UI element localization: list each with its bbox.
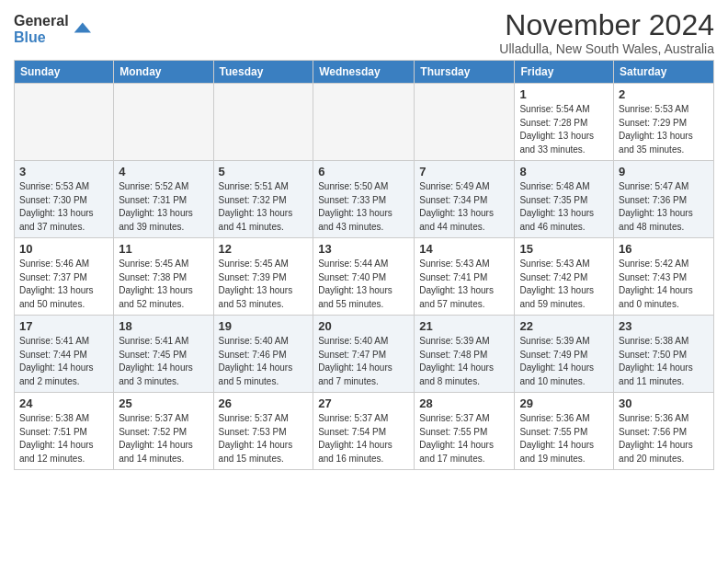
calendar-day-cell: 10Sunrise: 5:46 AMSunset: 7:37 PMDayligh…	[15, 238, 114, 316]
calendar-day-cell: 25Sunrise: 5:37 AMSunset: 7:52 PMDayligh…	[114, 393, 213, 470]
day-number: 28	[419, 396, 509, 410]
calendar-week-row: 1Sunrise: 5:54 AMSunset: 7:28 PMDaylight…	[15, 84, 714, 161]
calendar-day-cell	[313, 84, 415, 161]
calendar-day-cell: 29Sunrise: 5:36 AMSunset: 7:55 PMDayligh…	[515, 393, 614, 470]
calendar-day-cell: 5Sunrise: 5:51 AMSunset: 7:32 PMDaylight…	[213, 161, 313, 238]
day-number: 19	[219, 319, 309, 333]
page-container: General Blue November 2024 Ulladulla, Ne…	[0, 0, 728, 479]
calendar-day-cell: 13Sunrise: 5:44 AMSunset: 7:40 PMDayligh…	[313, 238, 415, 316]
calendar-weekday-header: Sunday	[15, 61, 114, 84]
calendar-week-row: 3Sunrise: 5:53 AMSunset: 7:30 PMDaylight…	[15, 161, 714, 238]
calendar-day-cell: 18Sunrise: 5:41 AMSunset: 7:45 PMDayligh…	[114, 316, 213, 393]
day-info: Sunrise: 5:38 AMSunset: 7:51 PMDaylight:…	[19, 412, 108, 465]
day-info: Sunrise: 5:39 AMSunset: 7:49 PMDaylight:…	[519, 335, 609, 388]
day-info: Sunrise: 5:39 AMSunset: 7:48 PMDaylight:…	[419, 335, 509, 388]
day-info: Sunrise: 5:40 AMSunset: 7:47 PMDaylight:…	[318, 335, 409, 388]
day-number: 25	[119, 396, 208, 410]
day-info: Sunrise: 5:43 AMSunset: 7:41 PMDaylight:…	[419, 258, 509, 311]
day-number: 27	[318, 396, 409, 410]
calendar-day-cell: 8Sunrise: 5:48 AMSunset: 7:35 PMDaylight…	[515, 161, 614, 238]
month-title: November 2024	[499, 9, 714, 41]
calendar-day-cell: 3Sunrise: 5:53 AMSunset: 7:30 PMDaylight…	[15, 161, 114, 238]
calendar-day-cell: 4Sunrise: 5:52 AMSunset: 7:31 PMDaylight…	[114, 161, 213, 238]
calendar-day-cell: 1Sunrise: 5:54 AMSunset: 7:28 PMDaylight…	[515, 84, 614, 161]
calendar-weekday-header: Wednesday	[313, 61, 415, 84]
day-number: 4	[119, 165, 208, 178]
day-number: 15	[519, 242, 609, 256]
calendar-day-cell: 26Sunrise: 5:37 AMSunset: 7:53 PMDayligh…	[213, 393, 313, 470]
calendar-day-cell: 2Sunrise: 5:53 AMSunset: 7:29 PMDaylight…	[614, 84, 714, 161]
calendar-day-cell	[114, 84, 213, 161]
day-info: Sunrise: 5:45 AMSunset: 7:38 PMDaylight:…	[119, 258, 208, 311]
day-number: 7	[419, 165, 509, 178]
calendar-week-row: 17Sunrise: 5:41 AMSunset: 7:44 PMDayligh…	[15, 316, 714, 393]
day-number: 8	[519, 165, 609, 178]
day-info: Sunrise: 5:43 AMSunset: 7:42 PMDaylight:…	[519, 258, 609, 311]
calendar-day-cell: 24Sunrise: 5:38 AMSunset: 7:51 PMDayligh…	[15, 393, 114, 470]
day-info: Sunrise: 5:37 AMSunset: 7:53 PMDaylight:…	[219, 412, 309, 465]
day-info: Sunrise: 5:49 AMSunset: 7:34 PMDaylight:…	[419, 180, 509, 234]
day-number: 21	[419, 319, 509, 333]
calendar-day-cell: 23Sunrise: 5:38 AMSunset: 7:50 PMDayligh…	[614, 316, 714, 393]
day-info: Sunrise: 5:41 AMSunset: 7:45 PMDaylight:…	[119, 335, 208, 388]
calendar-week-row: 24Sunrise: 5:38 AMSunset: 7:51 PMDayligh…	[15, 393, 714, 470]
logo-icon	[71, 17, 91, 38]
day-info: Sunrise: 5:53 AMSunset: 7:29 PMDaylight:…	[619, 103, 709, 156]
calendar-day-cell: 7Sunrise: 5:49 AMSunset: 7:34 PMDaylight…	[415, 161, 515, 238]
day-number: 13	[318, 242, 409, 256]
logo-blue-text: Blue	[14, 29, 69, 46]
calendar-weekday-header: Monday	[114, 61, 213, 84]
day-info: Sunrise: 5:45 AMSunset: 7:39 PMDaylight:…	[219, 258, 309, 311]
calendar-weekday-header: Friday	[515, 61, 614, 84]
day-info: Sunrise: 5:52 AMSunset: 7:31 PMDaylight:…	[119, 180, 208, 234]
day-info: Sunrise: 5:47 AMSunset: 7:36 PMDaylight:…	[619, 180, 709, 234]
calendar-day-cell: 19Sunrise: 5:40 AMSunset: 7:46 PMDayligh…	[213, 316, 313, 393]
calendar-table: SundayMondayTuesdayWednesdayThursdayFrid…	[14, 60, 714, 470]
day-info: Sunrise: 5:37 AMSunset: 7:52 PMDaylight:…	[119, 412, 208, 465]
day-number: 18	[119, 319, 208, 333]
header: General Blue November 2024 Ulladulla, Ne…	[14, 9, 714, 56]
day-info: Sunrise: 5:44 AMSunset: 7:40 PMDaylight:…	[318, 258, 409, 311]
day-info: Sunrise: 5:48 AMSunset: 7:35 PMDaylight:…	[519, 180, 609, 234]
calendar-week-row: 10Sunrise: 5:46 AMSunset: 7:37 PMDayligh…	[15, 238, 714, 316]
day-info: Sunrise: 5:37 AMSunset: 7:54 PMDaylight:…	[318, 412, 409, 465]
location: Ulladulla, New South Wales, Australia	[499, 41, 714, 56]
day-info: Sunrise: 5:42 AMSunset: 7:43 PMDaylight:…	[619, 258, 709, 311]
calendar-weekday-header: Thursday	[415, 61, 515, 84]
day-number: 10	[19, 242, 108, 256]
day-number: 22	[519, 319, 609, 333]
day-number: 30	[619, 396, 709, 410]
day-info: Sunrise: 5:37 AMSunset: 7:55 PMDaylight:…	[419, 412, 509, 465]
day-info: Sunrise: 5:40 AMSunset: 7:46 PMDaylight:…	[219, 335, 309, 388]
day-number: 29	[519, 396, 609, 410]
calendar-header-row: SundayMondayTuesdayWednesdayThursdayFrid…	[15, 61, 714, 84]
day-info: Sunrise: 5:51 AMSunset: 7:32 PMDaylight:…	[219, 180, 309, 234]
calendar-weekday-header: Saturday	[614, 61, 714, 84]
day-number: 23	[619, 319, 709, 333]
day-number: 3	[19, 165, 108, 178]
day-info: Sunrise: 5:36 AMSunset: 7:55 PMDaylight:…	[519, 412, 609, 465]
calendar-day-cell: 6Sunrise: 5:50 AMSunset: 7:33 PMDaylight…	[313, 161, 415, 238]
day-info: Sunrise: 5:36 AMSunset: 7:56 PMDaylight:…	[619, 412, 709, 465]
calendar-day-cell: 17Sunrise: 5:41 AMSunset: 7:44 PMDayligh…	[15, 316, 114, 393]
day-number: 24	[19, 396, 108, 410]
day-number: 14	[419, 242, 509, 256]
day-number: 20	[318, 319, 409, 333]
day-info: Sunrise: 5:38 AMSunset: 7:50 PMDaylight:…	[619, 335, 709, 388]
calendar-day-cell: 14Sunrise: 5:43 AMSunset: 7:41 PMDayligh…	[415, 238, 515, 316]
day-number: 5	[219, 165, 309, 178]
day-info: Sunrise: 5:46 AMSunset: 7:37 PMDaylight:…	[19, 258, 108, 311]
calendar-day-cell: 27Sunrise: 5:37 AMSunset: 7:54 PMDayligh…	[313, 393, 415, 470]
calendar-day-cell	[213, 84, 313, 161]
calendar-day-cell: 16Sunrise: 5:42 AMSunset: 7:43 PMDayligh…	[614, 238, 714, 316]
day-info: Sunrise: 5:41 AMSunset: 7:44 PMDaylight:…	[19, 335, 108, 388]
calendar-day-cell: 20Sunrise: 5:40 AMSunset: 7:47 PMDayligh…	[313, 316, 415, 393]
calendar-day-cell: 9Sunrise: 5:47 AMSunset: 7:36 PMDaylight…	[614, 161, 714, 238]
day-info: Sunrise: 5:50 AMSunset: 7:33 PMDaylight:…	[318, 180, 409, 234]
title-block: November 2024 Ulladulla, New South Wales…	[499, 9, 714, 56]
calendar-day-cell	[415, 84, 515, 161]
day-number: 6	[318, 165, 409, 178]
day-info: Sunrise: 5:53 AMSunset: 7:30 PMDaylight:…	[19, 180, 108, 234]
day-number: 2	[619, 87, 709, 101]
calendar-day-cell: 21Sunrise: 5:39 AMSunset: 7:48 PMDayligh…	[415, 316, 515, 393]
